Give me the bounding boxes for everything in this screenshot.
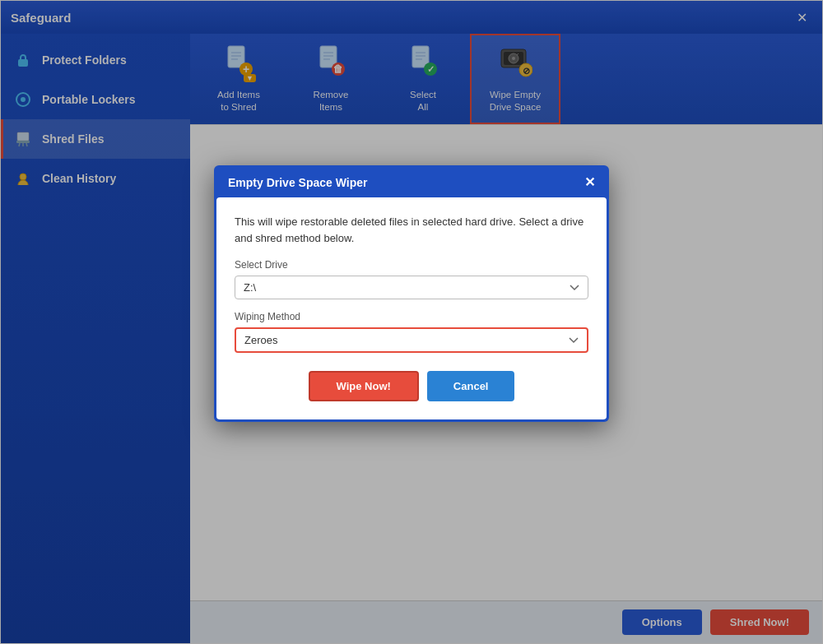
method-label: Wiping Method [235,311,588,322]
modal-description: This will wipe restorable deleted files … [235,214,588,246]
modal-title: Empty Drive Space Wiper [228,176,368,189]
modal-overlay: Empty Drive Space Wiper ✕ This will wipe… [1,1,822,643]
modal-actions: Wipe Now! Cancel [235,371,588,401]
select-drive-group: Select Drive Z:\ C:\ D:\ E:\ [235,259,588,311]
empty-drive-wiper-dialog: Empty Drive Space Wiper ✕ This will wipe… [214,165,609,422]
modal-close-button[interactable]: ✕ [584,176,595,189]
app-window: Safeguard ✕ Protect Folders Portable Loc… [0,0,823,644]
drive-label: Select Drive [235,259,588,271]
modal-body: This will wipe restorable deleted files … [216,197,607,419]
wiping-method-select[interactable]: Zeroes Random Data DoD 5220.22-M Gutmann [235,327,588,353]
modal-header: Empty Drive Space Wiper ✕ [216,168,607,197]
cancel-button[interactable]: Cancel [427,371,515,401]
wipe-now-button[interactable]: Wipe Now! [309,371,419,401]
drive-select[interactable]: Z:\ C:\ D:\ E:\ [235,276,588,299]
wiping-method-group: Wiping Method Zeroes Random Data DoD 522… [235,311,588,364]
